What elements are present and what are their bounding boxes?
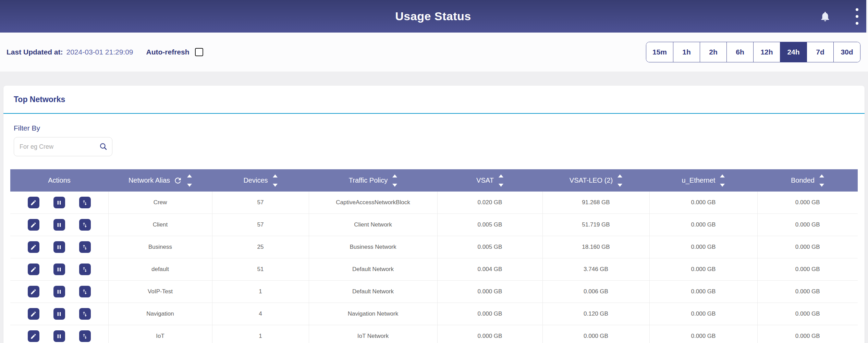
pause-button[interactable]: [53, 330, 65, 342]
pause-icon: [56, 244, 62, 250]
sort-asc-icon[interactable]: [187, 174, 192, 177]
refresh-icon[interactable]: [173, 176, 182, 185]
column-header-bonded[interactable]: Bonded: [757, 169, 858, 192]
column-label: Traffic Policy: [349, 176, 388, 184]
edit-button[interactable]: [28, 264, 39, 275]
pause-button[interactable]: [53, 308, 65, 320]
column-header-network-alias[interactable]: Network Alias: [108, 169, 212, 192]
sort-asc-icon[interactable]: [819, 174, 824, 177]
traffic-button[interactable]: [79, 308, 91, 320]
column-label: Devices: [243, 176, 268, 184]
cell-vsat: 0.004 GB: [437, 258, 542, 281]
card-header: Top Networks: [3, 86, 865, 114]
sort-asc-icon[interactable]: [499, 174, 503, 177]
cell-vsat-leo: 18.160 GB: [542, 236, 649, 258]
sort-desc-icon[interactable]: [819, 184, 824, 187]
pause-button[interactable]: [53, 197, 65, 208]
up-down-arrows-icon: [82, 333, 88, 340]
traffic-button[interactable]: [79, 219, 91, 231]
cell-actions: [10, 236, 108, 258]
scrollbar-track[interactable]: [866, 0, 868, 33]
filter-search-box: [14, 137, 112, 156]
time-range-button-6h[interactable]: 6h: [726, 42, 753, 62]
cell-policy: Navigation Network: [309, 303, 437, 325]
time-range-button-30d[interactable]: 30d: [833, 42, 860, 62]
cell-bonded: 0.000 GB: [757, 214, 858, 236]
cell-u-ethernet: 0.000 GB: [649, 236, 757, 258]
time-range-button-1h[interactable]: 1h: [673, 42, 700, 62]
traffic-button[interactable]: [79, 330, 91, 342]
up-down-arrows-icon: [82, 244, 88, 250]
cell-policy: IoT Network: [309, 325, 437, 343]
cell-bonded: 0.000 GB: [757, 281, 858, 303]
sort-arrows: [618, 174, 622, 187]
edit-button[interactable]: [28, 219, 39, 231]
edit-button[interactable]: [28, 241, 39, 253]
edit-button[interactable]: [28, 308, 39, 320]
time-range-button-15m[interactable]: 15m: [646, 42, 673, 62]
pause-icon: [56, 222, 62, 228]
cell-actions: [10, 258, 108, 281]
filter-search-input[interactable]: [14, 137, 112, 156]
cell-actions: [10, 192, 108, 214]
sort-asc-icon[interactable]: [392, 174, 397, 177]
column-header-vsat[interactable]: VSAT: [437, 169, 542, 192]
pencil-icon: [30, 311, 37, 317]
pause-button[interactable]: [53, 264, 65, 275]
cell-u-ethernet: 0.000 GB: [649, 214, 757, 236]
auto-refresh-checkbox[interactable]: [195, 48, 203, 56]
edit-button[interactable]: [28, 197, 39, 208]
cell-alias: IoT: [108, 325, 212, 343]
column-header-vsat-leo-2[interactable]: VSAT-LEO (2): [542, 169, 649, 192]
sort-desc-icon[interactable]: [618, 184, 622, 187]
sort-desc-icon[interactable]: [392, 184, 397, 187]
sort-desc-icon[interactable]: [499, 184, 503, 187]
column-header-u-ethernet[interactable]: u_Ethernet: [649, 169, 757, 192]
column-header-actions: Actions: [10, 169, 108, 192]
time-range-button-12h[interactable]: 12h: [753, 42, 780, 62]
sort-asc-icon[interactable]: [618, 174, 622, 177]
time-range-button-24h[interactable]: 24h: [780, 42, 807, 62]
column-header-traffic-policy[interactable]: Traffic Policy: [309, 169, 437, 192]
app-header: Usage Status: [0, 0, 866, 33]
sort-asc-icon[interactable]: [273, 174, 278, 177]
pause-button[interactable]: [53, 286, 65, 297]
pause-button[interactable]: [53, 241, 65, 253]
table-row: default51Default Network0.004 GB3.746 GB…: [10, 258, 858, 281]
up-down-arrows-icon: [82, 199, 88, 206]
column-header-devices[interactable]: Devices: [212, 169, 309, 192]
edit-button[interactable]: [28, 286, 39, 297]
column-label: VSAT-LEO (2): [570, 176, 613, 184]
toolbar: Last Updated at: 2024-03-01 21:29:09 Aut…: [0, 33, 868, 72]
filter-by-label: Filter By: [14, 124, 865, 132]
sort-asc-icon[interactable]: [720, 174, 725, 177]
cell-actions: [10, 303, 108, 325]
traffic-button[interactable]: [79, 197, 91, 208]
column-label: VSAT: [476, 176, 494, 184]
cell-alias: VoIP-Test: [108, 281, 212, 303]
cell-bonded: 0.000 GB: [757, 303, 858, 325]
search-icon[interactable]: [99, 142, 108, 151]
sort-desc-icon[interactable]: [273, 184, 278, 187]
time-range-button-2h[interactable]: 2h: [700, 42, 726, 62]
pencil-icon: [30, 199, 37, 206]
traffic-button[interactable]: [79, 286, 91, 297]
pencil-icon: [30, 333, 37, 340]
cell-devices: 57: [212, 214, 309, 236]
cell-vsat: 0.005 GB: [437, 214, 542, 236]
card-title: Top Networks: [14, 95, 65, 104]
cell-bonded: 0.000 GB: [757, 258, 858, 281]
edit-button[interactable]: [28, 330, 39, 342]
traffic-button[interactable]: [79, 264, 91, 275]
kebab-menu-icon[interactable]: [854, 7, 860, 26]
time-range-button-7d[interactable]: 7d: [807, 42, 833, 62]
traffic-button[interactable]: [79, 241, 91, 253]
sort-desc-icon[interactable]: [187, 184, 192, 187]
time-range-group: 15m1h2h6h12h24h7d30d: [646, 42, 860, 62]
pause-button[interactable]: [53, 219, 65, 231]
cell-bonded: 0.000 GB: [757, 192, 858, 214]
cell-u-ethernet: 0.000 GB: [649, 325, 757, 343]
cell-u-ethernet: 0.000 GB: [649, 281, 757, 303]
sort-desc-icon[interactable]: [720, 184, 725, 187]
notifications-bell-icon[interactable]: [819, 11, 831, 22]
